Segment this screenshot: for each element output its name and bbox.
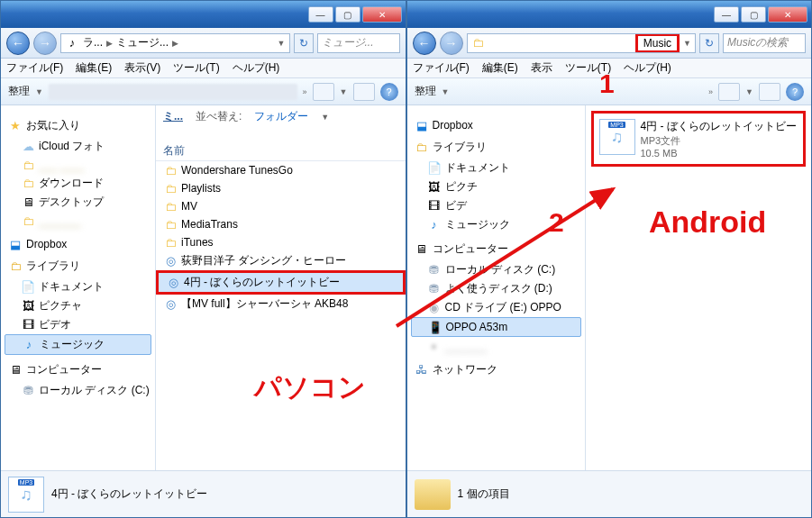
sort-value[interactable]: フォルダー: [254, 109, 308, 124]
status-filename: 4円 - ぼくらのレットイットビー: [51, 486, 207, 502]
network-group[interactable]: 🖧ネットワーク: [415, 362, 581, 377]
tree-label: ミュージック: [445, 217, 510, 232]
back-button[interactable]: ←: [6, 32, 30, 55]
menu-help[interactable]: ヘルプ(H): [624, 60, 671, 76]
maximize-button[interactable]: ▢: [741, 6, 766, 23]
preview-pane-button[interactable]: [759, 83, 780, 101]
breadcrumb[interactable]: ミュージ...: [116, 35, 169, 50]
file-tile[interactable]: MP3♫ 4円 - ぼくらのレットイットビー MP3文件 10.5 MB: [591, 111, 807, 167]
dropdown-icon[interactable]: ▼: [683, 39, 691, 48]
tree-node-downloads[interactable]: 🗀ダウンロード: [5, 174, 151, 193]
help-button[interactable]: ?: [380, 83, 398, 101]
file-row[interactable]: 🗀iTunes: [156, 233, 406, 251]
breadcrumb-music[interactable]: Music: [635, 33, 680, 53]
tree-node-videos[interactable]: 🎞ビデ: [411, 196, 581, 215]
tree-node-videos[interactable]: 🎞ビデオ: [5, 315, 151, 334]
minimize-button[interactable]: —: [714, 6, 739, 23]
folder-icon: 🗀: [163, 217, 178, 232]
maximize-button[interactable]: ▢: [335, 6, 360, 23]
tree-node-disk-d[interactable]: ⛃よく使うディスク (D:): [411, 279, 581, 298]
forward-button[interactable]: →: [440, 32, 463, 55]
tree-node-icloud[interactable]: ☁iCloud フォト: [5, 137, 151, 156]
close-button[interactable]: ✕: [768, 6, 807, 23]
folder-icon: 🗀: [21, 158, 35, 172]
favorites-group[interactable]: ★お気に入り: [8, 118, 151, 133]
menu-file[interactable]: ファイル(F): [413, 60, 470, 76]
tree-node-documents[interactable]: 📄ドキュメント: [411, 159, 581, 177]
media-icon: ◎: [163, 254, 178, 268]
file-row[interactable]: 🗀MV: [156, 197, 406, 215]
tree-node-desktop[interactable]: 🖥デスクトップ: [5, 193, 151, 212]
tree-label: コンピューター: [26, 362, 102, 377]
file-row[interactable]: 🗀Wondershare TunesGo: [156, 161, 406, 179]
libraries-group[interactable]: 🗀ライブラリ: [8, 259, 151, 274]
tree-label: ドキュメント: [445, 160, 510, 176]
menu-view[interactable]: 表示(V): [124, 60, 160, 76]
menu-view[interactable]: 表示: [531, 60, 552, 76]
file-row[interactable]: 🗀MediaTrans: [156, 215, 406, 233]
file-list: ミ... 並べ替え: フォルダー ▼ 名前 🗀Wondershare Tunes…: [156, 105, 406, 470]
tree-node-phone[interactable]: 📱OPPO A53m: [411, 317, 581, 337]
file-row[interactable]: ◎【MV full】シャーバーシャ AKB48: [156, 295, 406, 314]
desktop-icon: 🖥: [21, 195, 35, 210]
address-bar[interactable]: 🗀 Music ▼: [467, 33, 697, 53]
breadcrumb[interactable]: ラ...: [83, 35, 103, 50]
address-bar[interactable]: ♪ ラ... ▶ ミュージ... ▶ ▼: [60, 33, 290, 53]
chevron-down-icon: ▼: [442, 87, 450, 96]
folder-icon: 🗀: [21, 214, 35, 228]
chevron-down-icon[interactable]: ▼: [321, 113, 329, 122]
help-button[interactable]: ?: [786, 83, 804, 101]
menu-tools[interactable]: ツール(T): [565, 60, 611, 76]
cd-icon: ◉: [427, 301, 442, 315]
menu-file[interactable]: ファイル(F): [6, 60, 63, 76]
menu-help[interactable]: ヘルプ(H): [233, 60, 280, 76]
music-icon: ♪: [427, 218, 442, 232]
tree-label: ライブラリ: [433, 140, 487, 155]
refresh-button[interactable]: ↻: [294, 33, 314, 53]
organize-button[interactable]: 整理: [8, 84, 30, 99]
media-icon: ◎: [163, 297, 178, 312]
view-button[interactable]: [718, 83, 740, 101]
tree-node-pictures[interactable]: 🖼ピクチ: [411, 177, 581, 196]
back-button[interactable]: ←: [413, 32, 436, 55]
tree-node-documents[interactable]: 📄ドキュメント: [5, 277, 151, 296]
file-row-selected[interactable]: ◎4円 - ぼくらのレットイットビー: [156, 270, 406, 295]
chevron-right-icon: »: [303, 87, 307, 96]
dropbox-group[interactable]: ⬓Dropbox: [415, 118, 581, 132]
music-icon: ♪: [65, 36, 79, 50]
menu-tools[interactable]: ツール(T): [173, 60, 219, 76]
tree-node-blurred[interactable]: 🗀_______: [5, 212, 151, 230]
tree-node-music[interactable]: ♪ミュージック: [5, 334, 151, 355]
blurred-icon: ▫: [427, 339, 442, 353]
tree-node-local-disk-c[interactable]: ⛃ローカル ディスク (C:): [5, 381, 151, 400]
computer-group[interactable]: 🖥コンピューター: [8, 362, 151, 377]
close-button[interactable]: ✕: [362, 6, 402, 23]
search-input[interactable]: Musicの検索: [723, 33, 806, 53]
column-header-name[interactable]: 名前: [156, 141, 406, 161]
file-size: 10.5 MB: [641, 148, 797, 159]
minimize-button[interactable]: —: [308, 6, 333, 23]
menu-edit[interactable]: 編集(E): [76, 60, 112, 76]
chevron-right-icon: »: [708, 87, 713, 96]
menu-edit[interactable]: 編集(E): [482, 60, 518, 76]
search-input[interactable]: ミュージ...: [317, 33, 400, 53]
organize-button[interactable]: 整理: [415, 84, 436, 99]
dropdown-icon[interactable]: ▼: [278, 39, 286, 48]
preview-pane-button[interactable]: [353, 83, 375, 101]
tree-node-blurred[interactable]: 🗀___ ____: [5, 156, 151, 174]
computer-group[interactable]: 🖥コンピューター: [415, 241, 581, 257]
file-row[interactable]: 🗀Playlists: [156, 179, 406, 197]
tree-node-blurred[interactable]: ▫_______: [411, 337, 581, 355]
tree-node-music[interactable]: ♪ミュージック: [411, 215, 581, 234]
tree-label: ピクチ: [445, 179, 478, 195]
tree-node-local-disk-c[interactable]: ⛃ローカル ディスク (C:): [411, 260, 581, 279]
forward-button[interactable]: →: [33, 32, 57, 55]
tree-label: Dropbox: [26, 238, 67, 250]
tree-node-pictures[interactable]: 🖼ピクチャ: [5, 296, 151, 315]
view-button[interactable]: [313, 83, 334, 101]
refresh-button[interactable]: ↻: [699, 33, 719, 53]
dropbox-group[interactable]: ⬓Dropbox: [8, 237, 151, 251]
libraries-group[interactable]: 🗀ライブラリ: [415, 140, 581, 155]
tree-node-cd-drive-e[interactable]: ◉CD ドライブ (E:) OPPO: [411, 298, 581, 317]
file-row[interactable]: ◎荻野目洋子 ダンシング・ヒーロー: [156, 251, 406, 270]
